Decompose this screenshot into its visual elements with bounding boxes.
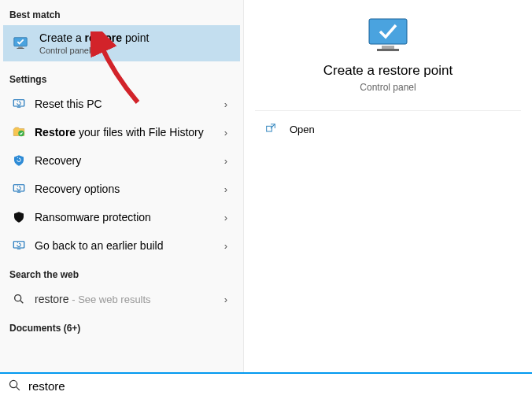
settings-item[interactable]: Go back to an earlier build› (3, 231, 240, 260)
settings-header: Settings (3, 71, 240, 90)
svg-line-11 (20, 301, 23, 303)
settings-item[interactable]: Reset this PC› (3, 90, 240, 118)
settings-item[interactable]: Restore your files with File History› (3, 118, 240, 146)
search-icon (11, 291, 27, 307)
preview-panel: Create a restore point Control panel Ope… (244, 0, 532, 372)
chevron-right-icon: › (224, 240, 227, 252)
chevron-right-icon: › (224, 155, 227, 167)
settings-list: Reset this PC›Restore your files with Fi… (3, 90, 240, 260)
best-match-item[interactable]: Create a restore point Control panel (3, 25, 240, 61)
settings-item-label: Recovery options (35, 183, 224, 195)
svg-rect-9 (17, 249, 21, 249)
recovery-options-icon (11, 181, 27, 197)
best-match-header: Best match (3, 6, 240, 25)
web-header: Search the web (3, 266, 240, 285)
svg-rect-2 (17, 48, 24, 49)
recovery-icon (11, 153, 27, 168)
best-match-subtitle: Control panel (39, 46, 149, 55)
svg-rect-15 (267, 126, 272, 131)
settings-item-label: Restore your files with File History (35, 126, 224, 139)
chevron-right-icon: › (224, 98, 227, 110)
svg-rect-7 (17, 192, 21, 193)
chevron-right-icon: › (224, 183, 227, 195)
settings-item-label: Reset this PC (35, 98, 224, 110)
svg-line-17 (17, 387, 20, 390)
svg-point-16 (9, 380, 17, 387)
chevron-right-icon: › (224, 127, 227, 139)
settings-item[interactable]: Recovery options› (3, 175, 240, 203)
svg-rect-12 (369, 19, 407, 44)
search-bar[interactable] (0, 374, 532, 397)
settings-item[interactable]: Ransomware protection› (3, 203, 240, 231)
monitor-check-large-icon (363, 16, 413, 55)
open-label: Open (290, 124, 315, 135)
settings-item-label: Recovery (35, 154, 224, 167)
monitor-check-icon (11, 34, 30, 53)
file-history-icon (11, 124, 27, 140)
settings-item[interactable]: Recovery› (3, 146, 240, 175)
search-input[interactable] (28, 379, 524, 393)
documents-header: Documents (6+) (3, 320, 240, 338)
preview-title: Create a restore point (271, 63, 505, 79)
search-icon (8, 379, 22, 393)
results-panel: Best match Create a restore point Contro… (0, 0, 244, 372)
open-icon (264, 122, 279, 136)
chevron-right-icon: › (224, 294, 227, 305)
svg-rect-14 (377, 49, 399, 51)
settings-item-label: Go back to an earlier build (35, 239, 224, 252)
svg-rect-1 (18, 47, 23, 48)
preview-subtitle: Control panel (271, 82, 505, 93)
chevron-right-icon: › (224, 212, 227, 224)
settings-item-label: Ransomware protection (35, 211, 224, 224)
web-result-label: restore - See web results (35, 293, 224, 305)
web-result-item[interactable]: restore - See web results › (3, 285, 240, 313)
svg-rect-13 (382, 46, 394, 49)
svg-point-10 (15, 295, 21, 301)
go-back-build-icon (11, 238, 27, 253)
open-action[interactable]: Open (244, 111, 532, 147)
ransomware-icon (11, 209, 27, 225)
svg-rect-4 (17, 107, 21, 108)
best-match-title: Create a restore point (39, 31, 149, 44)
reset-pc-icon (11, 96, 27, 112)
